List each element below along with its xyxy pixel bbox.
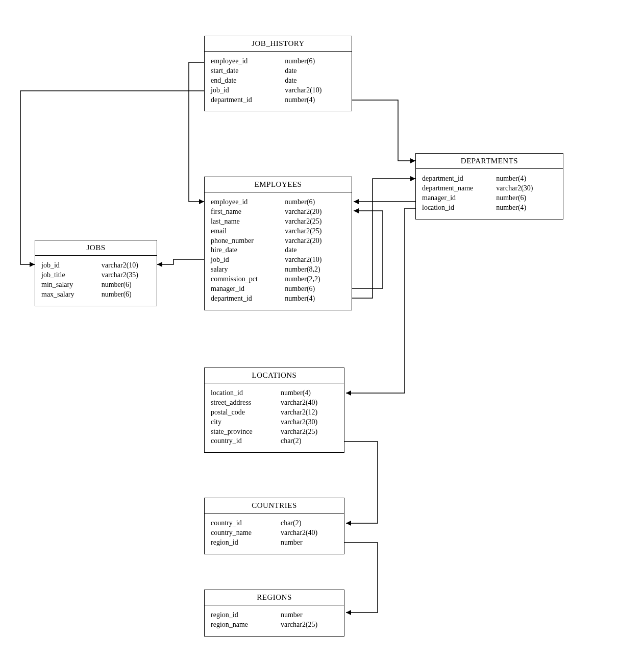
- column-row: cityvarchar2(30): [211, 418, 338, 427]
- column-name: job_title: [41, 271, 102, 280]
- column-name: hire_date: [211, 246, 285, 255]
- column-type: varchar2(30): [496, 184, 557, 193]
- column-row: job_idvarchar2(10): [41, 261, 151, 271]
- column-row: department_idnumber(4): [211, 294, 345, 304]
- column-type: number(4): [496, 174, 557, 184]
- column-type: varchar2(10): [102, 261, 151, 271]
- column-name: city: [211, 418, 281, 427]
- column-row: country_idchar(2): [211, 519, 338, 528]
- column-name: location_id: [422, 203, 496, 213]
- entity-job-history: JOB_HISTORY employee_idnumber(6) start_d…: [204, 36, 352, 111]
- column-row: location_idnumber(4): [211, 388, 338, 398]
- column-type: number(6): [102, 290, 151, 300]
- column-type: varchar2(30): [281, 418, 338, 427]
- column-type: varchar2(25): [285, 227, 345, 236]
- column-name: start_date: [211, 66, 285, 76]
- entity-title: EMPLOYEES: [205, 177, 352, 192]
- entity-body: country_idchar(2) country_namevarchar2(4…: [205, 514, 344, 554]
- column-name: phone_number: [211, 236, 285, 246]
- column-row: emailvarchar2(25): [211, 227, 345, 236]
- column-row: postal_codevarchar2(12): [211, 408, 338, 418]
- column-name: region_id: [211, 610, 281, 620]
- column-row: employee_idnumber(6): [211, 198, 345, 207]
- entity-employees: EMPLOYEES employee_idnumber(6) first_nam…: [204, 177, 352, 310]
- column-name: employee_id: [211, 198, 285, 207]
- entity-body: department_idnumber(4) department_nameva…: [416, 169, 563, 219]
- column-name: postal_code: [211, 408, 281, 418]
- column-type: number(6): [285, 57, 345, 66]
- column-row: max_salarynumber(6): [41, 290, 151, 300]
- column-name: commission_pct: [211, 275, 285, 284]
- column-row: state_provincevarchar2(25): [211, 427, 338, 437]
- entity-countries: COUNTRIES country_idchar(2) country_name…: [204, 498, 344, 554]
- column-type: varchar2(40): [281, 528, 338, 538]
- column-name: first_name: [211, 207, 285, 217]
- column-type: varchar2(10): [285, 255, 345, 265]
- column-row: region_namevarchar2(25): [211, 620, 338, 630]
- column-name: state_province: [211, 427, 281, 437]
- column-row: region_idnumber: [211, 610, 338, 620]
- column-name: job_id: [41, 261, 102, 271]
- column-row: department_idnumber(4): [422, 174, 557, 184]
- column-name: street_address: [211, 398, 281, 408]
- column-name: department_id: [422, 174, 496, 184]
- column-name: region_id: [211, 538, 281, 548]
- column-row: location_idnumber(4): [422, 203, 557, 213]
- column-row: hire_datedate: [211, 246, 345, 255]
- column-name: job_id: [211, 86, 285, 95]
- column-name: manager_id: [211, 284, 285, 294]
- entity-regions: REGIONS region_idnumber region_namevarch…: [204, 590, 344, 637]
- column-row: min_salarynumber(6): [41, 280, 151, 290]
- entity-title: JOBS: [35, 240, 157, 256]
- column-row: department_namevarchar2(30): [422, 184, 557, 193]
- column-row: start_datedate: [211, 66, 345, 76]
- column-row: job_idvarchar2(10): [211, 255, 345, 265]
- column-name: end_date: [211, 76, 285, 86]
- entity-body: region_idnumber region_namevarchar2(25): [205, 605, 344, 636]
- column-type: varchar2(20): [285, 207, 345, 217]
- column-name: salary: [211, 265, 285, 275]
- column-type: number(6): [285, 284, 345, 294]
- column-name: country_id: [211, 436, 281, 446]
- column-row: manager_idnumber(6): [422, 193, 557, 203]
- column-row: country_namevarchar2(40): [211, 528, 338, 538]
- column-name: region_name: [211, 620, 281, 630]
- column-name: country_name: [211, 528, 281, 538]
- column-type: varchar2(25): [281, 620, 338, 630]
- column-type: char(2): [281, 436, 338, 446]
- column-row: employee_idnumber(6): [211, 57, 345, 66]
- column-type: number(4): [281, 388, 338, 398]
- column-row: phone_numbervarchar2(20): [211, 236, 345, 246]
- column-type: varchar2(20): [285, 236, 345, 246]
- column-row: end_datedate: [211, 76, 345, 86]
- column-type: varchar2(25): [285, 217, 345, 227]
- entity-title: REGIONS: [205, 590, 344, 605]
- column-name: department_name: [422, 184, 496, 193]
- column-row: manager_idnumber(6): [211, 284, 345, 294]
- column-type: number(6): [285, 198, 345, 207]
- column-row: country_idchar(2): [211, 436, 338, 446]
- column-name: employee_id: [211, 57, 285, 66]
- column-name: min_salary: [41, 280, 102, 290]
- column-type: date: [285, 66, 345, 76]
- column-type: varchar2(35): [102, 271, 151, 280]
- column-row: first_namevarchar2(20): [211, 207, 345, 217]
- column-row: job_idvarchar2(10): [211, 86, 345, 95]
- entity-locations: LOCATIONS location_idnumber(4) street_ad…: [204, 368, 344, 453]
- column-name: manager_id: [422, 193, 496, 203]
- column-row: commission_pctnumber(2,2): [211, 275, 345, 284]
- entity-body: employee_idnumber(6) start_datedate end_…: [205, 52, 352, 111]
- column-type: number(6): [102, 280, 151, 290]
- column-type: date: [285, 76, 345, 86]
- entity-body: employee_idnumber(6) first_namevarchar2(…: [205, 192, 352, 310]
- entity-title: LOCATIONS: [205, 368, 344, 383]
- column-name: location_id: [211, 388, 281, 398]
- column-row: job_titlevarchar2(35): [41, 271, 151, 280]
- column-type: number: [281, 538, 338, 548]
- column-name: country_id: [211, 519, 281, 528]
- column-type: varchar2(12): [281, 408, 338, 418]
- column-name: max_salary: [41, 290, 102, 300]
- column-name: email: [211, 227, 285, 236]
- column-row: department_idnumber(4): [211, 95, 345, 105]
- entity-departments: DEPARTMENTS department_idnumber(4) depar…: [415, 153, 563, 219]
